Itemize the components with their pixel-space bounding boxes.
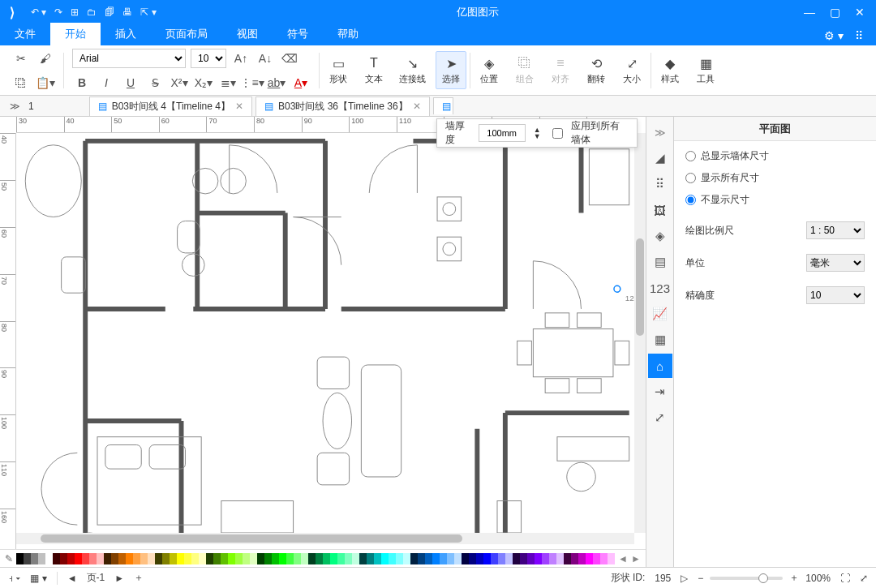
- page-icon[interactable]: ▤: [648, 250, 672, 274]
- settings-icon[interactable]: ⚙ ▾: [824, 29, 844, 42]
- copy-icon[interactable]: ⿻: [11, 73, 31, 92]
- zoom-out-icon[interactable]: −: [698, 573, 703, 584]
- color-swatch[interactable]: [418, 553, 425, 564]
- tab-file[interactable]: 文件: [0, 23, 50, 45]
- color-swatch[interactable]: [206, 553, 213, 564]
- subscript-icon[interactable]: X₂▾: [194, 73, 213, 92]
- radio-hide-dims[interactable]: 不显示尺寸: [685, 193, 865, 207]
- color-swatch[interactable]: [359, 553, 367, 564]
- color-swatch[interactable]: [396, 553, 403, 564]
- color-swatch[interactable]: [564, 553, 571, 564]
- color-swatch[interactable]: [162, 553, 170, 564]
- cut-icon[interactable]: ✂: [11, 49, 31, 68]
- color-swatch[interactable]: [586, 553, 593, 564]
- bold-icon[interactable]: B: [72, 73, 92, 92]
- text-button[interactable]: T文本: [359, 52, 389, 88]
- font-size-select[interactable]: 10: [191, 49, 226, 68]
- color-swatch[interactable]: [308, 553, 316, 564]
- radio-show-all-dims[interactable]: 显示所有尺寸: [685, 171, 865, 185]
- paste-icon[interactable]: 📋▾: [36, 73, 55, 92]
- color-swatch[interactable]: [177, 553, 184, 564]
- maximize-icon[interactable]: ▢: [830, 6, 840, 19]
- color-swatch[interactable]: [316, 553, 323, 564]
- color-swatch[interactable]: [330, 553, 337, 564]
- color-swatch[interactable]: [571, 553, 578, 564]
- color-swatch[interactable]: [221, 553, 228, 564]
- color-swatch[interactable]: [535, 553, 542, 564]
- panel-collapse-icon[interactable]: ≫: [648, 120, 672, 144]
- color-swatch[interactable]: [67, 553, 75, 564]
- play-icon[interactable]: ▷: [681, 573, 688, 584]
- color-swatch[interactable]: [410, 553, 418, 564]
- color-swatch[interactable]: [403, 553, 410, 564]
- tab-layout[interactable]: 页面布局: [151, 23, 222, 45]
- color-swatch[interactable]: [133, 553, 140, 564]
- chart-icon[interactable]: 📈: [648, 302, 672, 326]
- fullscreen-icon[interactable]: ⤢: [860, 573, 868, 584]
- color-swatch[interactable]: [272, 553, 279, 564]
- style-button[interactable]: ◆样式: [655, 52, 685, 88]
- clear-format-icon[interactable]: ⌫: [280, 49, 299, 68]
- color-swatch[interactable]: [352, 553, 359, 564]
- color-swatch[interactable]: [549, 553, 556, 564]
- superscript-icon[interactable]: X²▾: [170, 73, 189, 92]
- color-swatch[interactable]: [608, 553, 615, 564]
- color-swatch[interactable]: [243, 553, 250, 564]
- color-swatch[interactable]: [184, 553, 191, 564]
- color-swatch[interactable]: [556, 553, 564, 564]
- color-swatch[interactable]: [294, 553, 301, 564]
- minimize-icon[interactable]: —: [804, 6, 815, 19]
- rotate-button[interactable]: ⟲翻转: [581, 52, 612, 88]
- color-swatch[interactable]: [148, 553, 155, 564]
- group-button[interactable]: ⿻组合: [509, 52, 540, 88]
- table-icon[interactable]: ▦: [648, 328, 672, 352]
- color-swatch[interactable]: [250, 553, 257, 564]
- color-swatch[interactable]: [542, 553, 549, 564]
- save-icon[interactable]: 🗐: [105, 6, 114, 18]
- color-swatch[interactable]: [97, 553, 104, 564]
- tab-symbol[interactable]: 符号: [273, 23, 323, 45]
- vertical-ruler[interactable]: 405060708090100110160: [0, 133, 16, 556]
- palette-scroll-right-icon[interactable]: ►: [631, 553, 641, 564]
- close-icon[interactable]: ✕: [855, 6, 865, 19]
- open-icon[interactable]: 🗀: [87, 6, 97, 18]
- highlight-icon[interactable]: ab▾: [267, 73, 286, 92]
- page-indicator[interactable]: 页-1: [87, 571, 105, 585]
- new-icon[interactable]: ⊞: [71, 6, 79, 18]
- color-swatch[interactable]: [126, 553, 133, 564]
- color-swatch[interactable]: [520, 553, 527, 564]
- color-swatch[interactable]: [491, 553, 498, 564]
- unit-select[interactable]: 毫米: [806, 254, 865, 272]
- horizontal-scrollbar[interactable]: [16, 533, 634, 544]
- color-swatch[interactable]: [476, 553, 483, 564]
- tabs-overflow-icon[interactable]: ≫: [5, 101, 25, 112]
- color-swatch[interactable]: [600, 553, 608, 564]
- color-swatch[interactable]: [425, 553, 432, 564]
- color-swatch[interactable]: [53, 553, 60, 564]
- color-swatch[interactable]: [301, 553, 308, 564]
- color-swatch[interactable]: [462, 553, 469, 564]
- shape-button[interactable]: ▭形状: [323, 52, 354, 88]
- color-swatch[interactable]: [24, 553, 31, 564]
- color-swatch[interactable]: [578, 553, 586, 564]
- tab-home[interactable]: 开始: [50, 23, 101, 45]
- position-button[interactable]: ◈位置: [474, 52, 505, 88]
- add-page-icon[interactable]: ＋: [134, 571, 144, 585]
- bullet-list-icon[interactable]: ≣▾: [218, 73, 238, 92]
- tab-view[interactable]: 视图: [222, 23, 273, 45]
- color-swatch[interactable]: [264, 553, 272, 564]
- color-swatch[interactable]: [505, 553, 513, 564]
- next-page-icon[interactable]: ►: [114, 573, 124, 584]
- color-swatch[interactable]: [155, 553, 162, 564]
- color-swatch[interactable]: [447, 553, 454, 564]
- color-swatch[interactable]: [337, 553, 345, 564]
- color-swatch[interactable]: [279, 553, 286, 564]
- precision-select[interactable]: 10: [806, 286, 865, 304]
- color-swatch[interactable]: [31, 553, 38, 564]
- wall-thickness-input[interactable]: [479, 124, 526, 142]
- fit-screen-icon[interactable]: ⛶: [840, 573, 850, 584]
- color-swatch[interactable]: [498, 553, 505, 564]
- scale-select[interactable]: 1 : 50: [806, 221, 865, 239]
- tab-help[interactable]: 帮助: [323, 23, 373, 45]
- color-swatch[interactable]: [323, 553, 330, 564]
